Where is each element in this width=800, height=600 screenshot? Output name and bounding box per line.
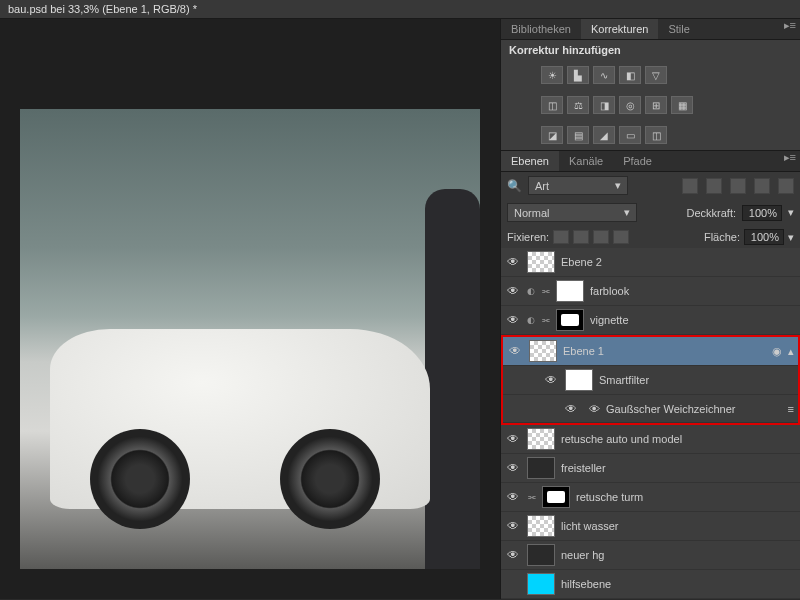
layer-name-label[interactable]: licht wasser [561,520,796,532]
document-canvas[interactable] [20,109,480,569]
layer-row[interactable]: 👁neuer hg [501,541,800,570]
tab-layers[interactable]: Ebenen [501,151,559,171]
balance-icon[interactable]: ⚖ [567,96,589,114]
layer-name-label[interactable]: farblook [590,285,796,297]
layer-row[interactable]: 👁retusche auto und model [501,425,800,454]
lock-pixels-icon[interactable] [573,230,589,244]
layer-thumbnail[interactable] [556,309,584,331]
layer-row[interactable]: 👁◐⫘vignette [501,306,800,335]
dropdown-arrow-icon[interactable]: ▾ [788,231,794,244]
layer-thumbnail[interactable] [529,340,557,362]
visibility-eye-icon[interactable]: 👁 [505,547,521,563]
selective-icon[interactable]: ◫ [645,126,667,144]
bw-icon[interactable]: ◨ [593,96,615,114]
posterize-icon[interactable]: ▤ [567,126,589,144]
filter-type-icon[interactable] [730,178,746,194]
vibrance-icon[interactable]: ▽ [645,66,667,84]
gradient-map-icon[interactable]: ▭ [619,126,641,144]
brightness-icon[interactable]: ☀ [541,66,563,84]
hue-icon[interactable]: ◫ [541,96,563,114]
layer-name-label[interactable]: hilfsebene [561,578,796,590]
adjustment-icons-row3: ◪ ▤ ◢ ▭ ◫ [501,120,800,150]
layer-thumbnail[interactable] [527,573,555,595]
layer-name-label[interactable]: Ebene 2 [561,256,796,268]
layer-thumbnail[interactable] [527,515,555,537]
filter-shape-icon[interactable] [754,178,770,194]
layer-list: 👁Ebene 2👁◐⫘farblook👁◐⫘vignette👁Ebene 1◉▴… [501,248,800,599]
invert-icon[interactable]: ◪ [541,126,563,144]
lock-position-icon[interactable] [593,230,609,244]
opacity-label: Deckkraft: [686,207,736,219]
visibility-eye-icon[interactable]: 👁 [505,431,521,447]
canvas-viewport[interactable] [0,19,500,599]
layer-filter-kind-dropdown[interactable]: Art [528,176,628,195]
visibility-eye-icon[interactable]: 👁 [507,343,523,359]
tab-paths[interactable]: Pfade [613,151,662,171]
filter-pixel-icon[interactable] [682,178,698,194]
curves-icon[interactable]: ∿ [593,66,615,84]
search-icon[interactable]: 🔍 [507,179,522,193]
visibility-eye-icon[interactable]: 👁 [505,489,521,505]
photo-filter-icon[interactable]: ◎ [619,96,641,114]
layer-name-label[interactable]: neuer hg [561,549,796,561]
visibility-eye-icon[interactable]: 👁 [505,460,521,476]
top-panel-tabs: Bibliotheken Korrekturen Stile ▸≡ [501,19,800,40]
layer-name-label[interactable]: freisteller [561,462,796,474]
layer-row[interactable]: 👁Smartfilter [503,366,798,395]
adjustment-icons-row2: ◫ ⚖ ◨ ◎ ⊞ ▦ [501,90,800,120]
panel-menu-icon[interactable]: ▸≡ [780,19,800,39]
layer-name-label[interactable]: retusche turm [576,491,796,503]
layer-row[interactable]: 👁Ebene 2 [501,248,800,277]
lock-transparent-icon[interactable] [553,230,569,244]
channel-mixer-icon[interactable]: ⊞ [645,96,667,114]
layer-thumbnail[interactable] [527,544,555,566]
layers-panel-menu-icon[interactable]: ▸≡ [780,151,800,171]
visibility-eye-icon[interactable]: 👁 [505,283,521,299]
filter-eye-icon[interactable]: 👁 [589,403,600,415]
layer-thumbnail[interactable] [527,428,555,450]
layer-row[interactable]: 👁freisteller [501,454,800,483]
link-icon: ⫘ [541,315,550,325]
layer-name-label[interactable]: retusche auto und model [561,433,796,445]
layer-row[interactable]: 👁👁Gaußscher Weichzeichner≡ [503,395,798,423]
filter-options-icon[interactable]: ≡ [788,403,794,415]
visibility-eye-icon[interactable] [505,576,521,592]
filter-smart-icon[interactable] [778,178,794,194]
fill-input[interactable]: 100% [744,229,784,245]
layer-thumbnail[interactable] [527,251,555,273]
image-content [50,329,430,509]
blend-mode-dropdown[interactable]: Normal [507,203,637,222]
visibility-eye-icon[interactable]: 👁 [505,254,521,270]
filter-adjust-icon[interactable] [706,178,722,194]
lut-icon[interactable]: ▦ [671,96,693,114]
threshold-icon[interactable]: ◢ [593,126,615,144]
image-content [280,429,380,529]
visibility-eye-icon[interactable]: 👁 [563,401,579,417]
visibility-eye-icon[interactable]: 👁 [505,312,521,328]
layer-name-label[interactable]: Gaußscher Weichzeichner [606,403,782,415]
layer-name-label[interactable]: Smartfilter [599,374,794,386]
tab-channels[interactable]: Kanäle [559,151,613,171]
lock-all-icon[interactable] [613,230,629,244]
tab-libraries[interactable]: Bibliotheken [501,19,581,39]
layer-thumbnail[interactable] [565,369,593,391]
layer-thumbnail[interactable] [556,280,584,302]
visibility-eye-icon[interactable]: 👁 [505,518,521,534]
tab-corrections[interactable]: Korrekturen [581,19,658,39]
exposure-icon[interactable]: ◧ [619,66,641,84]
layer-name-label[interactable]: Ebene 1 [563,345,766,357]
layer-thumbnail[interactable] [527,457,555,479]
levels-icon[interactable]: ▙ [567,66,589,84]
layer-row[interactable]: 👁Ebene 1◉▴ [503,337,798,366]
visibility-eye-icon[interactable]: 👁 [543,372,559,388]
tab-styles[interactable]: Stile [658,19,699,39]
layer-name-label[interactable]: vignette [590,314,796,326]
layer-row[interactable]: 👁◐⫘farblook [501,277,800,306]
layer-thumbnail[interactable] [542,486,570,508]
layer-row[interactable]: hilfsebene [501,570,800,599]
layer-row[interactable]: 👁licht wasser [501,512,800,541]
layer-row[interactable]: 👁⫘retusche turm [501,483,800,512]
expand-icon[interactable]: ▴ [788,345,794,358]
dropdown-arrow-icon[interactable]: ▾ [788,206,794,219]
opacity-input[interactable]: 100% [742,205,782,221]
